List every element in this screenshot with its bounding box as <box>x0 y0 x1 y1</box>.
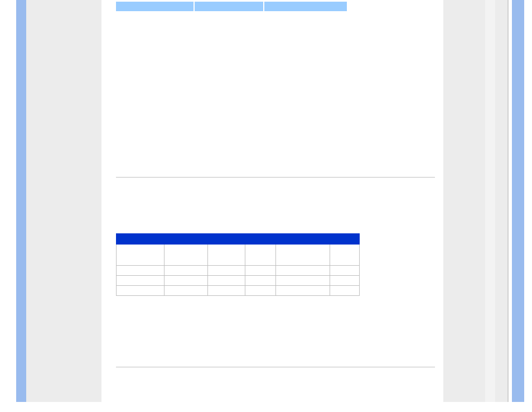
table-header-row <box>117 245 360 266</box>
table-cell <box>165 286 208 296</box>
table-cell <box>275 276 330 286</box>
table-cell <box>245 266 275 276</box>
main-content <box>113 0 438 402</box>
table-cell <box>245 286 275 296</box>
right-gutter-b <box>495 0 507 402</box>
table-cell <box>208 286 245 296</box>
table-header-cell <box>330 245 359 266</box>
divider-2 <box>116 367 435 367</box>
table-row <box>117 276 360 286</box>
table-header-cell <box>117 245 165 266</box>
table-cell <box>208 276 245 286</box>
tab-a[interactable] <box>116 2 194 11</box>
right-gutter-a <box>485 0 495 402</box>
table-cell <box>165 276 208 286</box>
divider-1 <box>116 177 435 178</box>
table-header-cell <box>245 245 275 266</box>
table-cell <box>117 276 165 286</box>
table-cell <box>245 276 275 286</box>
tab-c[interactable] <box>264 2 347 11</box>
table-row <box>117 266 360 276</box>
tab-bar <box>116 2 347 11</box>
left-sidebar <box>26 0 101 402</box>
table-title <box>117 234 360 245</box>
left-accent-bar <box>16 0 26 402</box>
table-cell <box>330 266 359 276</box>
table-header-cell <box>275 245 330 266</box>
right-divider-line <box>507 0 509 402</box>
right-accent-bar <box>512 0 524 402</box>
table-title-row <box>117 234 360 245</box>
table-cell <box>275 266 330 276</box>
table-row <box>117 286 360 296</box>
table-cell <box>165 266 208 276</box>
tab-b[interactable] <box>195 2 263 11</box>
table-header-cell <box>208 245 245 266</box>
table-cell <box>275 286 330 296</box>
table-cell <box>208 266 245 276</box>
data-table <box>116 233 360 296</box>
table-cell <box>330 286 359 296</box>
right-sidebar <box>443 0 485 402</box>
table-cell <box>330 276 359 286</box>
table-cell <box>117 266 165 276</box>
table-cell <box>117 286 165 296</box>
table-header-cell <box>165 245 208 266</box>
data-table-wrap <box>116 233 360 296</box>
